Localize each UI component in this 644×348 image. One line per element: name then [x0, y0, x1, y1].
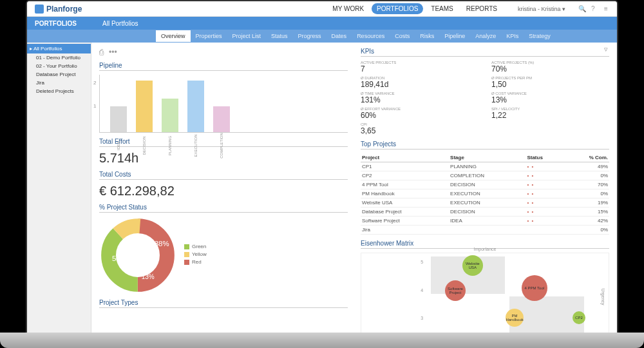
kpis-title: KPIs	[361, 48, 609, 57]
tab-strategy[interactable]: Strategy	[524, 30, 556, 42]
table-row[interactable]: Website USAEXECUTION• •19%	[361, 198, 609, 208]
settings-icon[interactable]: ≡	[599, 3, 609, 14]
kpi-item: Ø Time Variance131%	[361, 92, 478, 104]
tab-status[interactable]: Status	[266, 30, 293, 42]
bar-completion: COMPLETION	[213, 106, 230, 132]
bubble-4-ppm-tool[interactable]: 4 PPM Tool	[522, 275, 547, 301]
kpi-item: Ø Cost Variance13%	[491, 92, 609, 104]
pipeline-chart: IDEADECISIONPLANNINGEXECUTIONCOMPLETION	[99, 75, 348, 133]
table-row[interactable]: 4 PPM ToolDECISION• •70%	[361, 180, 609, 189]
sidebar-item[interactable]: Database Project	[27, 70, 91, 79]
project-status-title: % Project Status	[99, 204, 348, 213]
legend-item: Yellow	[184, 251, 207, 257]
sidebar-item[interactable]: Deleted Projects	[27, 87, 91, 95]
kpi-item: Active Projects (%)70%	[491, 61, 609, 73]
search-icon[interactable]: 🔍	[573, 3, 583, 14]
tab-analyze[interactable]: Analyze	[470, 30, 501, 42]
sidebar-header[interactable]: All Portfolios	[27, 44, 91, 53]
bubble-software-project[interactable]: Software Project	[445, 280, 466, 301]
help-icon[interactable]: ?	[586, 3, 596, 14]
nav-mywork[interactable]: MY WORK	[327, 3, 369, 14]
tab-resources[interactable]: Resources	[352, 30, 390, 42]
tab-kpis[interactable]: KPIs	[501, 30, 524, 42]
table-row[interactable]: Database ProjectDECISION• •15%	[361, 208, 609, 217]
laptop-base	[0, 333, 644, 348]
tab-dates[interactable]: Dates	[327, 30, 352, 42]
sidebar-item[interactable]: 02 - Your Portfolio	[27, 62, 91, 70]
svg-text:50%: 50%	[112, 255, 127, 262]
tab-costs[interactable]: Costs	[390, 30, 415, 42]
total-effort-title: Total Effort	[99, 138, 348, 147]
table-row[interactable]: PM HandbookEXECUTION• •0%	[361, 189, 609, 198]
sidebar-item[interactable]: Jira	[27, 79, 91, 87]
top-bar: Planforge MY WORK PORTFOLIOS TEAMS REPOR…	[27, 1, 617, 17]
kpi-item: Ø Duration189,41d	[361, 76, 478, 89]
filter-icon[interactable]: ▿	[604, 45, 608, 53]
top-projects-table: Project Stage Status % Com. CP1PLANNING•…	[361, 153, 609, 235]
tab-risks[interactable]: Risks	[415, 30, 439, 42]
total-costs-title: Total Costs	[99, 171, 348, 180]
legend-item: Green	[184, 244, 207, 249]
table-row[interactable]: CP1PLANNING• •49%	[361, 162, 609, 171]
tab-overview[interactable]: Overview	[156, 30, 191, 42]
kpi-item: Ø Effort Variance60%	[361, 107, 478, 120]
nav-portfolios[interactable]: PORTFOLIOS	[372, 3, 423, 14]
kpi-item	[491, 122, 609, 135]
table-row[interactable]: Jira0%	[361, 226, 609, 235]
bar-planning: PLANNING	[162, 99, 178, 132]
total-effort-value: 5.714h	[99, 151, 348, 166]
kpi-item: Active Projects7	[361, 61, 478, 73]
portfolio-title: All Portfolios	[102, 20, 138, 27]
top-projects-title: Top Projects	[361, 140, 609, 150]
user-menu[interactable]: kristina - Kristina ▾	[513, 4, 571, 14]
table-row[interactable]: Software ProjectIDEA• •42%	[361, 217, 609, 226]
table-row[interactable]: CP2COMPLETION• •0%	[361, 171, 609, 180]
print-icon[interactable]: ⎙	[99, 48, 104, 57]
svg-text:38%: 38%	[155, 240, 169, 247]
sidebar: All Portfolios 01 - Demo Portfolio02 - Y…	[27, 43, 91, 335]
section-name: PORTFOLIOS	[35, 20, 77, 27]
nav-reports[interactable]: REPORTS	[461, 3, 502, 14]
brand-logo: Planforge	[35, 5, 82, 14]
nav-teams[interactable]: TEAMS	[426, 3, 458, 14]
bar-idea: IDEA	[110, 106, 127, 132]
tab-project-list[interactable]: Project List	[227, 30, 267, 42]
bubble-website-usa[interactable]: Website USA	[462, 255, 483, 276]
svg-text:13%: 13%	[142, 273, 155, 280]
bar-decision: DECISION	[136, 81, 153, 132]
section-band: PORTFOLIOS All Portfolios	[27, 17, 617, 30]
total-costs-value: € 612.298,82	[99, 184, 348, 198]
kpi-item: Ø Projects per PM1,50	[491, 76, 609, 89]
kpi-item: SPI / Velocity1,22	[491, 107, 609, 120]
bar-execution: EXECUTION	[187, 81, 204, 132]
eisenhower-chart: Importance Urgency 543Website USA4 PPM T…	[361, 253, 609, 335]
tab-properties[interactable]: Properties	[191, 30, 227, 42]
pipeline-title: Pipeline	[99, 62, 348, 71]
bubble-cp2[interactable]: CP2	[573, 311, 585, 324]
bubble-pm-handbook[interactable]: PM Handbook	[506, 309, 524, 327]
legend-item: Red	[184, 259, 207, 265]
tab-pipeline[interactable]: Pipeline	[439, 30, 470, 42]
more-icon[interactable]: •••	[109, 48, 117, 57]
project-types-title: Project Types	[99, 299, 348, 308]
tab-bar: OverviewPropertiesProject ListStatusProg…	[27, 30, 617, 43]
sidebar-item[interactable]: 01 - Demo Portfolio	[27, 53, 91, 62]
tab-progress[interactable]: Progress	[293, 30, 327, 42]
kpi-item: CPI3,65	[361, 122, 478, 135]
project-status-chart: 38% 13% 50% GreenYellowRed	[99, 217, 348, 294]
